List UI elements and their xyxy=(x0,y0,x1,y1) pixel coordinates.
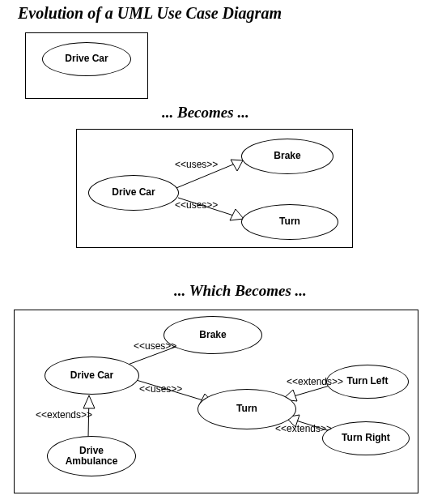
rel-uses-2b: <<uses>> xyxy=(175,199,218,211)
diagram-title: Evolution of a UML Use Case Diagram xyxy=(18,4,282,23)
usecase-brake-2: Brake xyxy=(241,139,333,174)
rel-uses-3b: <<uses>> xyxy=(139,383,182,395)
rel-uses-3a: <<uses>> xyxy=(134,340,176,352)
usecase-turn-right: Turn Right xyxy=(322,421,410,455)
usecase-turn-2: Turn xyxy=(241,204,338,240)
rel-extends-3c: <<extends>> xyxy=(275,423,332,434)
transition-label-1: ... Becomes ... xyxy=(162,104,249,122)
transition-label-2: ... Which Becomes ... xyxy=(174,282,307,300)
usecase-drive-ambulance: Drive Ambulance xyxy=(47,436,136,476)
usecase-brake-3: Brake xyxy=(164,316,262,354)
rel-extends-3a: <<extends>> xyxy=(36,409,92,421)
rel-uses-2a: <<uses>> xyxy=(175,159,218,170)
usecase-drive-car-1: Drive Car xyxy=(42,42,131,76)
diagram-canvas: Evolution of a UML Use Case Diagram Driv… xyxy=(0,0,429,504)
usecase-drive-car-3: Drive Car xyxy=(45,357,139,395)
usecase-drive-car-2: Drive Car xyxy=(88,175,179,211)
rel-extends-3b: <<extends>> xyxy=(287,376,343,387)
